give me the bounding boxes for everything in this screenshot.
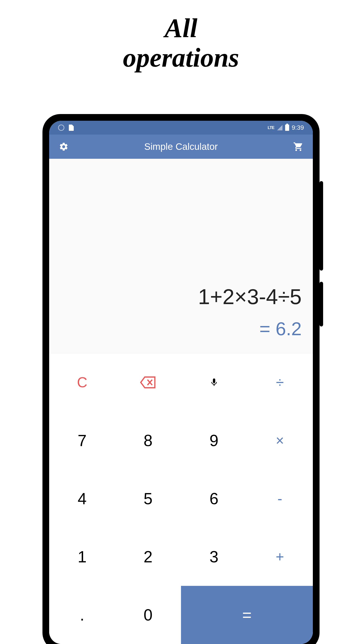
app-bar: Simple Calculator bbox=[49, 134, 313, 159]
microphone-icon bbox=[209, 376, 219, 389]
status-right: LTE 9:39 bbox=[268, 124, 304, 131]
five-button[interactable]: 5 bbox=[115, 470, 181, 528]
promo-line1: All bbox=[0, 14, 362, 43]
equals-button[interactable]: = bbox=[181, 586, 313, 644]
keypad: C ÷ 7 8 9 × 4 5 6 - 1 2 bbox=[49, 353, 313, 644]
side-button-power bbox=[320, 282, 323, 326]
clock-time: 9:39 bbox=[292, 124, 304, 131]
cart-button[interactable] bbox=[293, 141, 304, 152]
gear-icon bbox=[59, 142, 69, 152]
eight-button[interactable]: 8 bbox=[115, 412, 181, 470]
voice-button[interactable] bbox=[181, 353, 247, 412]
cart-icon bbox=[293, 142, 304, 152]
six-button[interactable]: 6 bbox=[181, 470, 247, 528]
nine-button[interactable]: 9 bbox=[181, 412, 247, 470]
divide-button[interactable]: ÷ bbox=[247, 353, 313, 412]
screen: LTE 9:39 Simple Calculator 1+2×3-4÷5 = 6… bbox=[49, 121, 313, 644]
battery-icon bbox=[285, 124, 289, 131]
three-button[interactable]: 3 bbox=[181, 528, 247, 586]
app-title: Simple Calculator bbox=[144, 141, 218, 152]
seven-button[interactable]: 7 bbox=[49, 412, 115, 470]
signal-icon bbox=[277, 125, 283, 130]
four-button[interactable]: 4 bbox=[49, 470, 115, 528]
lte-label: LTE bbox=[268, 126, 274, 130]
backspace-icon bbox=[140, 376, 157, 388]
sd-card-icon bbox=[69, 124, 74, 131]
zero-button[interactable]: 0 bbox=[115, 586, 181, 644]
display-area: 1+2×3-4÷5 = 6.2 bbox=[49, 159, 313, 353]
promo-line2: operations bbox=[0, 43, 362, 72]
backspace-button[interactable] bbox=[115, 353, 181, 412]
one-button[interactable]: 1 bbox=[49, 528, 115, 586]
promo-heading: All operations bbox=[0, 0, 362, 72]
phone-frame: LTE 9:39 Simple Calculator 1+2×3-4÷5 = 6… bbox=[42, 114, 320, 644]
clear-button[interactable]: C bbox=[49, 353, 115, 412]
status-left bbox=[58, 124, 74, 131]
side-button-volume bbox=[320, 181, 323, 270]
two-button[interactable]: 2 bbox=[115, 528, 181, 586]
sync-icon bbox=[58, 124, 64, 131]
plus-button[interactable]: + bbox=[247, 528, 313, 586]
result-text: = 6.2 bbox=[259, 318, 302, 340]
minus-button[interactable]: - bbox=[247, 470, 313, 528]
expression-text: 1+2×3-4÷5 bbox=[198, 284, 302, 309]
dot-button[interactable]: . bbox=[49, 586, 115, 644]
status-bar: LTE 9:39 bbox=[49, 121, 313, 134]
settings-button[interactable] bbox=[58, 141, 69, 152]
multiply-button[interactable]: × bbox=[247, 412, 313, 470]
